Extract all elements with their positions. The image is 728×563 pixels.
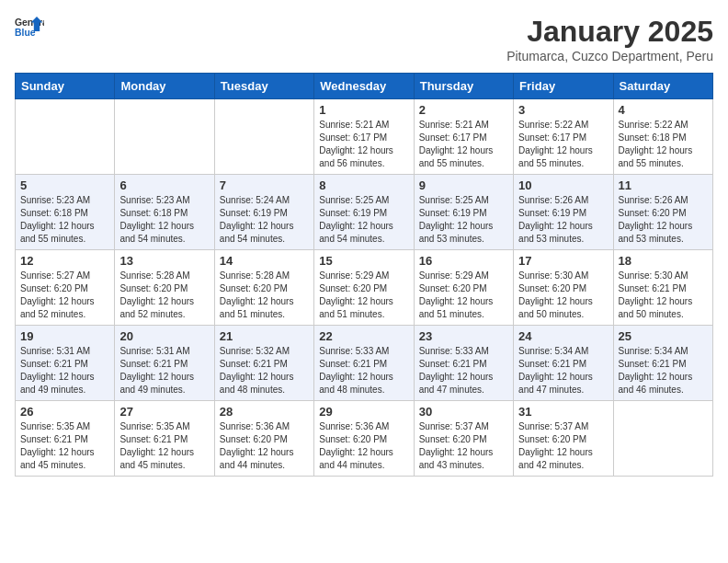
day-info: Sunrise: 5:28 AM Sunset: 6:20 PM Dayligh…: [119, 270, 209, 321]
day-info: Sunrise: 5:30 AM Sunset: 6:21 PM Dayligh…: [619, 270, 708, 321]
day-info: Sunrise: 5:25 AM Sunset: 6:19 PM Dayligh…: [319, 194, 408, 246]
calendar-cell: 30Sunrise: 5:37 AM Sunset: 6:20 PM Dayli…: [414, 401, 513, 477]
calendar-cell: 26Sunrise: 5:35 AM Sunset: 6:21 PM Dayli…: [16, 401, 115, 477]
day-number: 30: [419, 405, 508, 419]
calendar-cell: 6Sunrise: 5:23 AM Sunset: 6:18 PM Daylig…: [115, 175, 214, 250]
day-info: Sunrise: 5:36 AM Sunset: 6:20 PM Dayligh…: [220, 420, 309, 472]
calendar-cell: [214, 99, 313, 175]
day-number: 9: [419, 178, 508, 192]
day-number: 16: [419, 254, 508, 268]
calendar-cell: 18Sunrise: 5:30 AM Sunset: 6:21 PM Dayli…: [613, 250, 712, 326]
day-info: Sunrise: 5:33 AM Sunset: 6:21 PM Dayligh…: [419, 345, 508, 396]
calendar-cell: 16Sunrise: 5:29 AM Sunset: 6:20 PM Dayli…: [414, 250, 513, 326]
day-info: Sunrise: 5:22 AM Sunset: 6:18 PM Dayligh…: [619, 119, 708, 170]
day-number: 29: [319, 405, 408, 419]
calendar-cell: 19Sunrise: 5:31 AM Sunset: 6:21 PM Dayli…: [16, 326, 115, 401]
day-number: 1: [319, 103, 408, 117]
day-number: 2: [419, 103, 508, 117]
calendar-cell: 23Sunrise: 5:33 AM Sunset: 6:21 PM Dayli…: [414, 326, 513, 401]
day-info: Sunrise: 5:23 AM Sunset: 6:18 PM Dayligh…: [20, 194, 109, 246]
day-number: 12: [20, 254, 109, 268]
calendar-cell: 17Sunrise: 5:30 AM Sunset: 6:20 PM Dayli…: [514, 250, 613, 326]
col-header-tuesday: Tuesday: [214, 74, 313, 99]
col-header-monday: Monday: [115, 74, 214, 99]
day-number: 24: [518, 329, 608, 343]
calendar-cell: 20Sunrise: 5:31 AM Sunset: 6:21 PM Dayli…: [115, 326, 214, 401]
day-info: Sunrise: 5:34 AM Sunset: 6:21 PM Dayligh…: [619, 345, 708, 396]
day-number: 11: [619, 178, 708, 192]
title-area: January 2025 Pitumarca, Cuzco Department…: [506, 15, 713, 63]
calendar-cell: 11Sunrise: 5:26 AM Sunset: 6:20 PM Dayli…: [613, 175, 712, 250]
calendar-cell: 31Sunrise: 5:37 AM Sunset: 6:20 PM Dayli…: [514, 401, 613, 477]
day-info: Sunrise: 5:28 AM Sunset: 6:20 PM Dayligh…: [220, 270, 309, 321]
col-header-thursday: Thursday: [414, 74, 513, 99]
day-number: 26: [20, 405, 109, 419]
day-number: 25: [619, 329, 708, 343]
logo-icon: General Blue: [15, 15, 44, 40]
day-number: 21: [220, 329, 309, 343]
day-number: 7: [220, 178, 309, 192]
day-number: 8: [319, 178, 408, 192]
calendar-cell: 9Sunrise: 5:25 AM Sunset: 6:19 PM Daylig…: [414, 175, 513, 250]
location-subtitle: Pitumarca, Cuzco Department, Peru: [506, 49, 713, 63]
col-header-wednesday: Wednesday: [314, 74, 414, 99]
day-number: 10: [518, 178, 608, 192]
page-header: General Blue January 2025 Pitumarca, Cuz…: [15, 15, 713, 63]
day-info: Sunrise: 5:31 AM Sunset: 6:21 PM Dayligh…: [20, 345, 109, 396]
days-header-row: SundayMondayTuesdayWednesdayThursdayFrid…: [16, 74, 713, 99]
day-info: Sunrise: 5:37 AM Sunset: 6:20 PM Dayligh…: [419, 420, 508, 472]
calendar-cell: 12Sunrise: 5:27 AM Sunset: 6:20 PM Dayli…: [16, 250, 115, 326]
week-row-4: 19Sunrise: 5:31 AM Sunset: 6:21 PM Dayli…: [16, 326, 713, 401]
day-info: Sunrise: 5:33 AM Sunset: 6:21 PM Dayligh…: [319, 345, 408, 396]
day-info: Sunrise: 5:34 AM Sunset: 6:21 PM Dayligh…: [518, 345, 608, 396]
week-row-3: 12Sunrise: 5:27 AM Sunset: 6:20 PM Dayli…: [16, 250, 713, 326]
day-info: Sunrise: 5:26 AM Sunset: 6:20 PM Dayligh…: [619, 194, 708, 246]
week-row-1: 1Sunrise: 5:21 AM Sunset: 6:17 PM Daylig…: [16, 99, 713, 175]
day-info: Sunrise: 5:21 AM Sunset: 6:17 PM Dayligh…: [319, 119, 408, 170]
logo: General Blue: [15, 15, 44, 40]
day-number: 4: [619, 103, 708, 117]
day-number: 13: [119, 254, 209, 268]
calendar-cell: 13Sunrise: 5:28 AM Sunset: 6:20 PM Dayli…: [115, 250, 214, 326]
day-info: Sunrise: 5:24 AM Sunset: 6:19 PM Dayligh…: [220, 194, 309, 246]
day-number: 19: [20, 329, 109, 343]
calendar-cell: 28Sunrise: 5:36 AM Sunset: 6:20 PM Dayli…: [214, 401, 313, 477]
week-row-5: 26Sunrise: 5:35 AM Sunset: 6:21 PM Dayli…: [16, 401, 713, 477]
month-title: January 2025: [506, 15, 713, 49]
day-number: 5: [20, 178, 109, 192]
day-number: 17: [518, 254, 608, 268]
calendar-cell: 27Sunrise: 5:35 AM Sunset: 6:21 PM Dayli…: [115, 401, 214, 477]
day-number: 28: [220, 405, 309, 419]
day-number: 31: [518, 405, 608, 419]
week-row-2: 5Sunrise: 5:23 AM Sunset: 6:18 PM Daylig…: [16, 175, 713, 250]
calendar-cell: 8Sunrise: 5:25 AM Sunset: 6:19 PM Daylig…: [314, 175, 414, 250]
day-info: Sunrise: 5:36 AM Sunset: 6:20 PM Dayligh…: [319, 420, 408, 472]
day-number: 18: [619, 254, 708, 268]
calendar-cell: 22Sunrise: 5:33 AM Sunset: 6:21 PM Dayli…: [314, 326, 414, 401]
day-number: 23: [419, 329, 508, 343]
day-info: Sunrise: 5:21 AM Sunset: 6:17 PM Dayligh…: [419, 119, 508, 170]
calendar-cell: 10Sunrise: 5:26 AM Sunset: 6:19 PM Dayli…: [514, 175, 613, 250]
day-info: Sunrise: 5:32 AM Sunset: 6:21 PM Dayligh…: [220, 345, 309, 396]
day-info: Sunrise: 5:23 AM Sunset: 6:18 PM Dayligh…: [119, 194, 209, 246]
calendar-cell: 3Sunrise: 5:22 AM Sunset: 6:17 PM Daylig…: [514, 99, 613, 175]
calendar-cell: 14Sunrise: 5:28 AM Sunset: 6:20 PM Dayli…: [214, 250, 313, 326]
day-info: Sunrise: 5:27 AM Sunset: 6:20 PM Dayligh…: [20, 270, 109, 321]
day-number: 15: [319, 254, 408, 268]
calendar-cell: [115, 99, 214, 175]
calendar-cell: 29Sunrise: 5:36 AM Sunset: 6:20 PM Dayli…: [314, 401, 414, 477]
day-number: 14: [220, 254, 309, 268]
day-info: Sunrise: 5:26 AM Sunset: 6:19 PM Dayligh…: [518, 194, 608, 246]
day-info: Sunrise: 5:22 AM Sunset: 6:17 PM Dayligh…: [518, 119, 608, 170]
calendar-table: SundayMondayTuesdayWednesdayThursdayFrid…: [15, 73, 713, 477]
calendar-cell: 2Sunrise: 5:21 AM Sunset: 6:17 PM Daylig…: [414, 99, 513, 175]
col-header-sunday: Sunday: [16, 74, 115, 99]
calendar-cell: 24Sunrise: 5:34 AM Sunset: 6:21 PM Dayli…: [514, 326, 613, 401]
calendar-cell: 21Sunrise: 5:32 AM Sunset: 6:21 PM Dayli…: [214, 326, 313, 401]
day-info: Sunrise: 5:30 AM Sunset: 6:20 PM Dayligh…: [518, 270, 608, 321]
col-header-friday: Friday: [514, 74, 613, 99]
calendar-cell: 7Sunrise: 5:24 AM Sunset: 6:19 PM Daylig…: [214, 175, 313, 250]
day-number: 22: [319, 329, 408, 343]
calendar-cell: 15Sunrise: 5:29 AM Sunset: 6:20 PM Dayli…: [314, 250, 414, 326]
day-info: Sunrise: 5:29 AM Sunset: 6:20 PM Dayligh…: [419, 270, 508, 321]
